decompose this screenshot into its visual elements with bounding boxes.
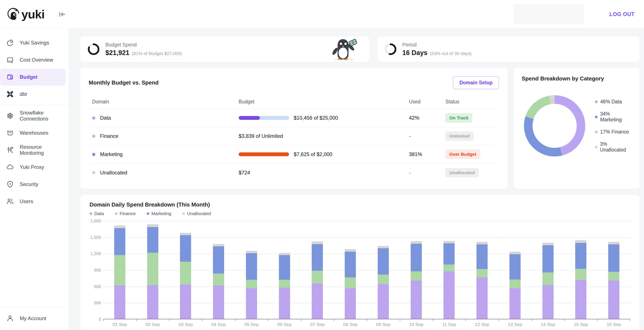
x-axis-tick: [235, 319, 236, 321]
stacked-bar: [411, 241, 422, 319]
table-row-marketing: Marketing$7,625 of $2,000381%Over Budget: [89, 145, 499, 164]
sidebar-item-resource-monitoring[interactable]: Resource Monitoring: [0, 141, 66, 159]
legend-label: 46% Data: [600, 99, 622, 105]
bar-column-08-sep: [334, 221, 367, 319]
x-axis-tick: [400, 319, 400, 321]
bar-segment-finance: [345, 277, 356, 288]
bar-segment-finance: [575, 269, 586, 280]
used-cell: 42%: [409, 115, 446, 121]
sidebar-item-my-account[interactable]: My Account: [0, 310, 66, 327]
sidebar-item-label: Yuki Proxy: [20, 164, 44, 170]
budget-table: DomainBudgetUsedStatus Data$10,456 of $2…: [89, 95, 499, 182]
legend-label: 17% Finance: [600, 129, 629, 135]
used-cell: 381%: [409, 151, 446, 157]
legend-label: 3% Unallocated: [600, 141, 632, 153]
bar-segment-unallocated: [180, 233, 191, 235]
column-header-domain: Domain: [89, 99, 239, 105]
bar-segment-finance: [476, 269, 488, 277]
bar-legend-item-finance: Finance: [115, 211, 136, 216]
x-tick-label: 05 Sep: [235, 322, 268, 327]
bar-segment-marketing: [114, 228, 125, 255]
bar-segment-marketing: [213, 246, 224, 274]
sidebar-item-label: My Account: [20, 316, 46, 322]
penguin-mascot-illustration: [332, 38, 357, 60]
bar-column-13-sep: [498, 221, 532, 319]
y-tick-label: 1,800: [90, 219, 101, 223]
budget-spend-value: $21,921: [106, 49, 130, 57]
bar-segment-marketing: [312, 244, 323, 271]
sidebar-collapse-icon[interactable]: [58, 10, 66, 19]
stacked-bar: [312, 241, 323, 319]
period-progress-ring: [384, 43, 397, 55]
bar-segment-data: [575, 280, 586, 319]
bar-segment-data: [114, 286, 125, 319]
table-row-finance: Finance$3,839 of Unlimited-Unlimited: [89, 127, 499, 145]
y-tick-label: 300: [94, 301, 101, 305]
sidebar-item-security[interactable]: Security: [0, 176, 66, 193]
legend-label: Marketing: [152, 211, 171, 216]
domain-cell: Unallocated: [89, 170, 239, 176]
x-tick-label: 13 Sep: [498, 322, 532, 327]
x-tick-label: 03 Sep: [169, 322, 202, 327]
bar-segment-data: [345, 288, 356, 319]
sidebar-item-label: Warehouses: [20, 130, 48, 136]
y-tick-label: 0: [99, 317, 101, 322]
sidebar-item-dbt[interactable]: dbt: [0, 86, 66, 103]
bar-segment-finance: [147, 253, 158, 285]
budget-spend-label: Budget Spend: [106, 42, 182, 48]
status-badge: Over Budget: [446, 150, 480, 159]
y-tick-label: 1,500: [90, 235, 101, 240]
daily-spend-chart-card: Domain Daily Spend Breakdown (This Month…: [80, 195, 640, 330]
sidebar-item-warehouses[interactable]: Warehouses: [0, 124, 66, 141]
budget-amount-text: $7,625 of $2,000: [294, 151, 332, 157]
bar-column-16-sep: [597, 221, 630, 319]
legend-dot: [90, 212, 92, 215]
donut-legend-item-finance: 17% Finance: [595, 129, 632, 135]
budget-progress-ring: [88, 43, 100, 55]
sidebar-item-snowflake-connections[interactable]: Snowflake Connections: [0, 107, 66, 124]
stacked-bar: [542, 243, 554, 319]
bar-segment-unallocated: [312, 241, 323, 244]
budget-spend-card: Budget Spend $21,921 (81% of Budget $27,…: [80, 36, 369, 62]
bar-segment-finance: [608, 272, 619, 281]
sidebar-item-yuki-savings[interactable]: Yuki Savings: [0, 34, 66, 51]
x-axis-tick: [268, 319, 268, 321]
cost-card-icon: $: [6, 56, 14, 64]
bar-segment-unallocated: [213, 244, 224, 247]
bar-segment-marketing: [510, 254, 520, 280]
person-icon: [6, 314, 14, 323]
logo-text: yuki: [22, 7, 44, 21]
x-axis-tick: [367, 319, 367, 321]
bar-segment-data: [279, 288, 290, 319]
x-axis-tick: [532, 319, 532, 321]
monthly-budget-title: Monthly Budget vs. Spend: [89, 79, 158, 86]
status-cell: On Track: [446, 113, 499, 123]
domain-setup-button[interactable]: Domain Setup: [453, 76, 499, 89]
domain-name: Unallocated: [100, 170, 127, 176]
bar-legend-item-unallocated: Unallocated: [182, 211, 211, 216]
stacked-bar: [476, 242, 488, 319]
legend-label: Unallocated: [187, 211, 211, 216]
budget-cell: $10,456 of $25,000: [239, 115, 409, 121]
sidebar-item-users[interactable]: Users: [0, 193, 66, 210]
domain-color-dot: [92, 171, 95, 174]
legend-label: Finance: [120, 211, 136, 216]
budget-amount-text: $10,456 of $25,000: [294, 115, 338, 121]
user-email-placeholder: [514, 4, 584, 24]
bar-segment-marketing: [147, 227, 158, 253]
donut-legend-item-marketing: 34% Marketing: [595, 111, 632, 123]
bar-segment-finance: [510, 280, 520, 288]
x-axis-tick: [136, 319, 137, 321]
bar-segment-unallocated: [345, 249, 356, 252]
status-cell: Unlimited: [446, 131, 499, 141]
sidebar-item-yuki-proxy[interactable]: Yuki Proxy: [0, 159, 66, 176]
sidebar-item-budget[interactable]: Budget: [0, 68, 66, 86]
dbt-logo-icon: [6, 90, 14, 98]
status-badge: Unallocated: [446, 168, 478, 177]
sidebar-item-label: Resource Monitoring: [20, 144, 66, 156]
spend-breakdown-card: Spend Breakdown by Category 46% Data34% …: [514, 68, 640, 189]
sidebar-item-cost-overview[interactable]: $Cost Overview: [0, 51, 66, 68]
x-tick-label: 02 Sep: [136, 322, 169, 327]
logout-button[interactable]: LOG OUT: [610, 11, 634, 17]
penguin-logo-icon: [6, 7, 20, 22]
